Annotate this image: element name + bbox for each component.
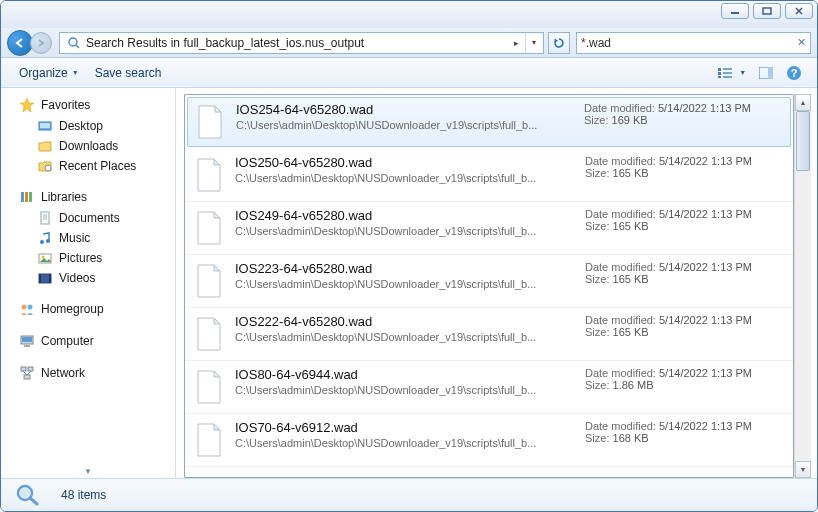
file-name: IOS249-64-v65280.wad: [235, 208, 585, 223]
file-meta: Date modified: 5/14/2022 1:13 PMSize: 16…: [585, 314, 785, 338]
organize-button[interactable]: Organize ▼: [11, 62, 87, 84]
nav-favorites-header[interactable]: Favorites: [1, 94, 175, 116]
svg-rect-23: [41, 212, 49, 224]
nav-documents[interactable]: Documents: [1, 208, 175, 228]
file-row[interactable]: IOS70-64-v6912.wadC:\Users\admin\Desktop…: [185, 414, 793, 467]
svg-line-46: [30, 498, 37, 504]
explorer-window: Search Results in full_backup_latest_ios…: [0, 0, 818, 512]
svg-line-5: [76, 45, 79, 48]
preview-pane-button[interactable]: [753, 62, 779, 84]
file-path: C:\Users\admin\Desktop\NUSDownloader_v19…: [235, 225, 565, 237]
clear-search-icon[interactable]: ✕: [797, 36, 806, 49]
titlebar: [1, 1, 817, 28]
file-main: IOS249-64-v65280.wadC:\Users\admin\Deskt…: [235, 208, 585, 237]
file-main: IOS70-64-v6912.wadC:\Users\admin\Desktop…: [235, 420, 585, 449]
vertical-scrollbar[interactable]: ▲ ▼: [794, 94, 811, 478]
desktop-icon: [37, 118, 53, 134]
svg-point-27: [40, 240, 44, 244]
maximize-button[interactable]: [753, 3, 781, 19]
nav-computer[interactable]: Computer: [1, 330, 175, 352]
minimize-button[interactable]: [721, 3, 749, 19]
save-search-label: Save search: [95, 66, 162, 80]
nav-buttons: [7, 30, 57, 56]
preview-pane-icon: [759, 67, 773, 79]
nav-downloads[interactable]: Downloads: [1, 136, 175, 156]
nav-label: Libraries: [41, 190, 87, 204]
file-main: IOS80-64-v6944.wadC:\Users\admin\Desktop…: [235, 367, 585, 396]
svg-rect-18: [40, 123, 50, 128]
search-glass-icon: [13, 482, 45, 508]
svg-point-34: [22, 305, 27, 310]
scroll-down-button[interactable]: ▼: [795, 461, 811, 478]
scroll-up-button[interactable]: ▲: [795, 94, 811, 111]
file-name: IOS250-64-v65280.wad: [235, 155, 585, 170]
svg-rect-40: [28, 367, 33, 371]
address-text: Search Results in full_backup_latest_ios…: [86, 36, 508, 50]
address-bar[interactable]: Search Results in full_backup_latest_ios…: [59, 32, 544, 54]
file-row[interactable]: IOS254-64-v65280.wadC:\Users\admin\Deskt…: [187, 97, 791, 147]
nav-desktop[interactable]: Desktop: [1, 116, 175, 136]
svg-point-19: [45, 165, 51, 171]
file-path: C:\Users\admin\Desktop\NUSDownloader_v19…: [235, 331, 565, 343]
search-input[interactable]: [581, 36, 797, 50]
item-count: 48 items: [61, 488, 106, 502]
file-name: IOS223-64-v65280.wad: [235, 261, 585, 276]
scroll-track[interactable]: [795, 111, 811, 461]
file-path: C:\Users\admin\Desktop\NUSDownloader_v19…: [235, 172, 565, 184]
svg-rect-20: [21, 192, 24, 202]
file-main: IOS250-64-v65280.wadC:\Users\admin\Deskt…: [235, 155, 585, 184]
svg-marker-16: [20, 98, 34, 112]
organize-label: Organize: [19, 66, 68, 80]
libraries-icon: [19, 189, 35, 205]
nav-recent-places[interactable]: Recent Places: [1, 156, 175, 176]
nav-label: Favorites: [41, 98, 90, 112]
nav-libraries-header[interactable]: Libraries: [1, 186, 175, 208]
navigation-pane[interactable]: Favorites Desktop Downloads Recent Place…: [1, 88, 176, 478]
nav-homegroup[interactable]: Homegroup: [1, 298, 175, 320]
nav-music[interactable]: Music: [1, 228, 175, 248]
network-icon: [19, 365, 35, 381]
svg-rect-7: [718, 72, 721, 75]
nav-network[interactable]: Network: [1, 362, 175, 384]
nav-scroll-down-icon[interactable]: ▼: [1, 467, 175, 476]
file-row[interactable]: IOS80-64-v6944.wadC:\Users\admin\Desktop…: [185, 361, 793, 414]
file-row[interactable]: IOS222-64-v65280.wadC:\Users\admin\Deskt…: [185, 308, 793, 361]
search-location-icon: [66, 35, 82, 51]
refresh-button[interactable]: [548, 32, 570, 54]
address-dropdown[interactable]: ▾: [525, 33, 541, 53]
file-meta: Date modified: 5/14/2022 1:13 PMSize: 16…: [585, 155, 785, 179]
help-button[interactable]: ?: [781, 62, 807, 84]
file-row[interactable]: IOS249-64-v65280.wadC:\Users\admin\Deskt…: [185, 202, 793, 255]
svg-point-35: [28, 305, 33, 310]
pictures-icon: [37, 250, 53, 266]
save-search-button[interactable]: Save search: [87, 62, 170, 84]
nav-label: Network: [41, 366, 85, 380]
file-main: IOS222-64-v65280.wadC:\Users\admin\Deskt…: [235, 314, 585, 343]
view-list-icon: [718, 67, 732, 79]
search-box[interactable]: ✕: [576, 32, 811, 54]
file-icon: [193, 261, 225, 301]
file-list[interactable]: IOS254-64-v65280.wadC:\Users\admin\Deskt…: [184, 94, 794, 478]
body: Favorites Desktop Downloads Recent Place…: [1, 88, 817, 478]
file-row[interactable]: IOS250-64-v65280.wadC:\Users\admin\Deskt…: [185, 149, 793, 202]
svg-rect-11: [723, 76, 732, 78]
nav-favorites-group: Favorites Desktop Downloads Recent Place…: [1, 94, 175, 176]
breadcrumb-chevron-icon[interactable]: ▸: [508, 38, 525, 48]
nav-videos[interactable]: Videos: [1, 268, 175, 288]
view-mode-button[interactable]: ▼: [713, 62, 751, 84]
svg-line-42: [23, 371, 27, 375]
star-icon: [19, 97, 35, 113]
file-path: C:\Users\admin\Desktop\NUSDownloader_v19…: [235, 384, 565, 396]
file-meta: Date modified: 5/14/2022 1:13 PMSize: 1.…: [585, 367, 785, 391]
nav-pictures[interactable]: Pictures: [1, 248, 175, 268]
close-button[interactable]: [785, 3, 813, 19]
svg-rect-13: [768, 67, 773, 79]
scroll-thumb[interactable]: [796, 111, 810, 171]
svg-rect-21: [25, 192, 28, 202]
forward-button[interactable]: [30, 32, 52, 54]
svg-rect-41: [24, 375, 30, 379]
file-path: C:\Users\admin\Desktop\NUSDownloader_v19…: [235, 278, 565, 290]
help-icon: ?: [786, 65, 802, 81]
svg-rect-8: [718, 76, 721, 78]
file-row[interactable]: IOS223-64-v65280.wadC:\Users\admin\Deskt…: [185, 255, 793, 308]
